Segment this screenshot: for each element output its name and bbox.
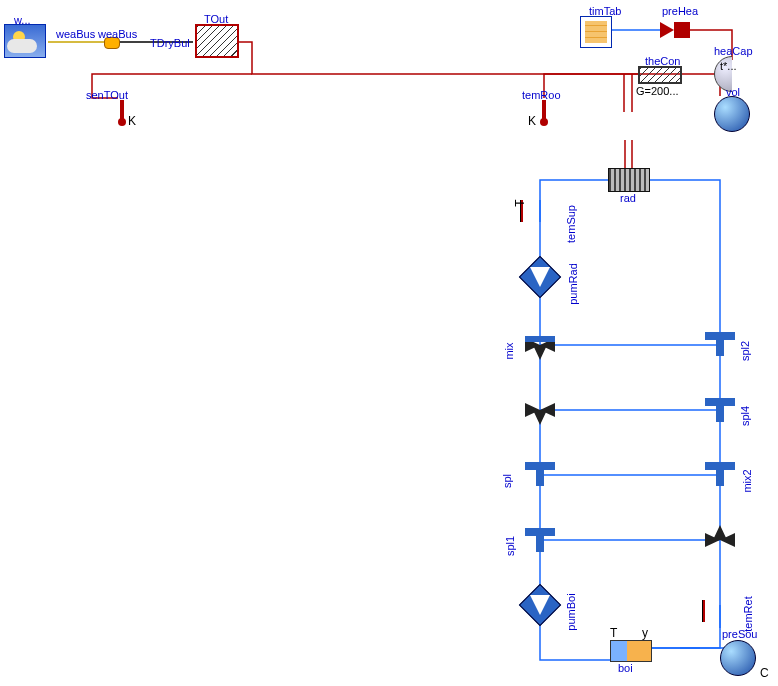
- weabus-label-2: weaBus: [98, 28, 137, 40]
- sentout-icon[interactable]: [120, 100, 124, 120]
- spl-label: spl: [501, 474, 513, 488]
- presou-icon[interactable]: [720, 640, 756, 676]
- spl4-block[interactable]: [705, 398, 735, 422]
- spl2-block[interactable]: [705, 332, 735, 356]
- boiler-y: y: [642, 626, 648, 640]
- weather-source[interactable]: [4, 24, 46, 58]
- spl2-label: spl2: [739, 341, 751, 361]
- heacap-tstar: t*...: [720, 60, 737, 72]
- radiator-label: rad: [620, 192, 636, 204]
- timtab-block[interactable]: [580, 16, 612, 48]
- mix-valve[interactable]: [525, 330, 555, 360]
- spl1-block[interactable]: [525, 528, 555, 552]
- pumboi-label: pumBoi: [565, 593, 577, 630]
- presou-label: preSou: [722, 628, 757, 640]
- temroo-icon[interactable]: [542, 100, 546, 120]
- spl1-label: spl1: [504, 536, 516, 556]
- temsup-T: T: [513, 199, 527, 206]
- mix2-label: mix2: [741, 469, 753, 492]
- three-way-valve-left[interactable]: [525, 395, 555, 425]
- temroo-unit: K: [528, 114, 536, 128]
- three-way-valve-right[interactable]: [705, 525, 735, 555]
- mix-label: mix: [503, 342, 515, 359]
- boiler-label: boi: [618, 662, 633, 674]
- temret-icon[interactable]: [702, 600, 705, 622]
- prehea-icon[interactable]: [660, 22, 674, 38]
- prehea-port: [674, 22, 690, 38]
- thecon-block[interactable]: [638, 66, 682, 84]
- pumrad-block[interactable]: [525, 262, 555, 292]
- radiator-icon[interactable]: [608, 168, 650, 192]
- temsup-label: temSup: [565, 205, 577, 243]
- vol-icon[interactable]: [714, 96, 750, 132]
- thecon-value: G=200...: [636, 85, 679, 97]
- tdrybul-label: TDryBul: [150, 37, 190, 49]
- pumboi-block[interactable]: [525, 590, 555, 620]
- boiler-block[interactable]: [610, 640, 652, 662]
- boiler-T: T: [610, 626, 617, 640]
- sentout-unit: K: [128, 114, 136, 128]
- presou-unit: C: [760, 666, 769, 680]
- mix2-block[interactable]: [705, 462, 735, 486]
- spl4-label: spl4: [739, 406, 751, 426]
- temret-label: temRet: [742, 596, 754, 631]
- spl-block[interactable]: [525, 462, 555, 486]
- pumrad-label: pumRad: [567, 263, 579, 305]
- heacap-label: heaCap: [714, 45, 753, 57]
- tout-block[interactable]: [195, 24, 239, 58]
- weabus-label-1: weaBus: [56, 28, 95, 40]
- weather-label: w...: [14, 14, 31, 26]
- prehea-label: preHea: [662, 5, 698, 17]
